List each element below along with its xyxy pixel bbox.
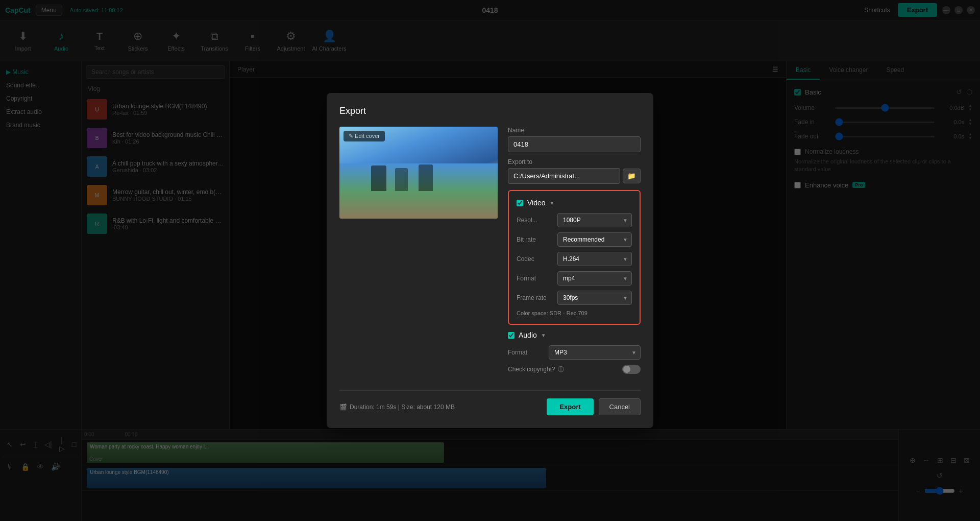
- color-space-text: Color space: SDR - Rec.709: [517, 310, 632, 316]
- modal-footer-buttons: Export Cancel: [547, 398, 641, 415]
- bitrate-row: Bit rate Recommended High Medium ▼: [517, 232, 632, 247]
- name-row: Name: [508, 127, 641, 152]
- format-select[interactable]: mp4 mov avi: [557, 271, 632, 286]
- codec-select-wrap: H.264 H.265 ▼: [557, 252, 632, 266]
- export-to-input-wrap: 📁: [508, 168, 641, 184]
- format-select-wrap: mp4 mov avi ▼: [557, 271, 632, 286]
- framerate-label: Frame rate: [517, 294, 557, 301]
- audio-format-row: Format MP3 AAC WAV ▼: [508, 345, 641, 360]
- codec-row: Codec H.264 H.265 ▼: [517, 252, 632, 266]
- copyright-label: Check copyright? ⓘ: [508, 365, 564, 374]
- framerate-select-wrap: 30fps 24fps 60fps ▼: [557, 291, 632, 305]
- video-section-label: Video: [527, 199, 546, 207]
- audio-format-select-wrap: MP3 AAC WAV ▼: [549, 345, 641, 360]
- audio-format-label: Format: [508, 349, 549, 356]
- copyright-row: Check copyright? ⓘ: [508, 365, 641, 374]
- codec-select[interactable]: H.264 H.265: [557, 252, 632, 266]
- footer-duration-text: Duration: 1m 59s | Size: about 120 MB: [350, 404, 455, 411]
- bitrate-label: Bit rate: [517, 236, 557, 243]
- film-icon: 🎬: [339, 404, 347, 411]
- copyright-info-icon[interactable]: ⓘ: [558, 365, 564, 374]
- folder-button[interactable]: 📁: [623, 169, 641, 183]
- toggle-knob: [623, 366, 630, 373]
- audio-section-header: Audio ▼: [508, 331, 641, 339]
- video-section-header: Video ▼: [517, 199, 632, 207]
- bitrate-select-wrap: Recommended High Medium ▼: [557, 232, 632, 247]
- modal-footer: 🎬 Duration: 1m 59s | Size: about 120 MB …: [339, 390, 641, 415]
- audio-section-arrow[interactable]: ▼: [541, 333, 546, 338]
- modal-body: ✎ Edit cover Name Export to 📁: [339, 127, 641, 380]
- format-row: Format mp4 mov avi ▼: [517, 271, 632, 286]
- codec-label: Codec: [517, 255, 557, 263]
- name-input[interactable]: [508, 136, 641, 152]
- modal-export-button[interactable]: Export: [547, 398, 593, 415]
- resolution-select[interactable]: 1080P 720P 4K: [557, 213, 632, 227]
- export-modal: Export ✎ Edit cover: [327, 93, 653, 428]
- video-section: Video ▼ Resol... 1080P 720P 4K ▼: [508, 190, 641, 325]
- framerate-row: Frame rate 30fps 24fps 60fps ▼: [517, 291, 632, 305]
- audio-section: Audio ▼ Format MP3 AAC WAV ▼: [508, 331, 641, 380]
- video-section-arrow[interactable]: ▼: [550, 200, 555, 206]
- resolution-label: Resol...: [517, 217, 557, 224]
- modal-form: Name Export to 📁 Video ▼: [508, 127, 641, 380]
- audio-checkbox[interactable]: [508, 332, 514, 339]
- name-label: Name: [508, 127, 641, 134]
- export-to-label: Export to: [508, 158, 641, 165]
- export-to-input[interactable]: [508, 168, 620, 184]
- export-to-row: Export to 📁: [508, 158, 641, 184]
- video-checkbox[interactable]: [517, 200, 523, 206]
- bitrate-select[interactable]: Recommended High Medium: [557, 232, 632, 247]
- format-label: Format: [517, 275, 557, 282]
- modal-footer-info: 🎬 Duration: 1m 59s | Size: about 120 MB: [339, 404, 455, 411]
- edit-cover-button[interactable]: ✎ Edit cover: [344, 131, 385, 141]
- resolution-row: Resol... 1080P 720P 4K ▼: [517, 213, 632, 227]
- framerate-select[interactable]: 30fps 24fps 60fps: [557, 291, 632, 305]
- copyright-toggle[interactable]: [622, 365, 641, 374]
- audio-section-label: Audio: [519, 331, 537, 339]
- modal-cancel-button[interactable]: Cancel: [599, 398, 641, 415]
- audio-format-select[interactable]: MP3 AAC WAV: [549, 345, 641, 360]
- modal-title: Export: [339, 106, 641, 116]
- resolution-select-wrap: 1080P 720P 4K ▼: [557, 213, 632, 227]
- modal-overlay: Export ✎ Edit cover: [0, 0, 980, 521]
- modal-preview: ✎ Edit cover: [339, 127, 498, 380]
